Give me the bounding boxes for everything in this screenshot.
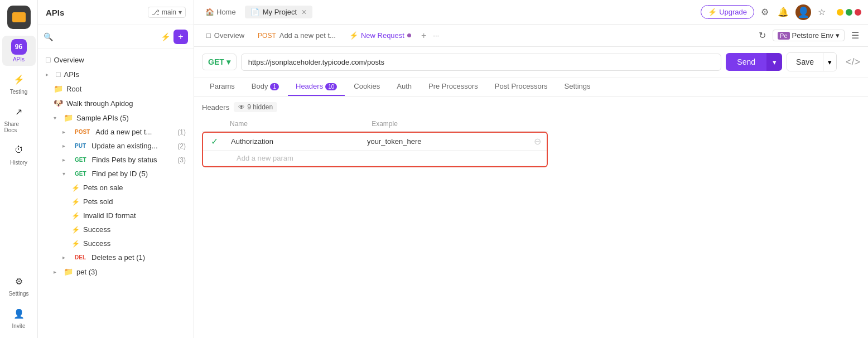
example-icon: ⚡ — [71, 212, 80, 220]
tab-pre-processors[interactable]: Pre Processors — [421, 78, 486, 96]
chevron-icon: ▸ — [62, 254, 69, 260]
sidebar-toggle-button[interactable]: ☰ — [849, 28, 861, 43]
sidebar-item-apis[interactable]: 96 APIs — [2, 36, 36, 66]
col-name: Name — [224, 117, 366, 132]
nav-item-sample-apis[interactable]: ▾ 📁 Sample APIs (5) — [38, 110, 194, 125]
sidebar-item-testing[interactable]: ⚡ Testing — [2, 68, 36, 98]
nav-item-root[interactable]: 📁 Root — [38, 81, 194, 96]
auth-name-cell[interactable]: Authorization — [225, 133, 361, 151]
hidden-count: 9 hidden — [247, 103, 273, 111]
nav-item-walk[interactable]: 🐶 Walk through Apidog — [38, 96, 194, 110]
code-icon[interactable]: </> — [846, 56, 860, 68]
nav-item-put-pet[interactable]: ▸ PUT Update an existing... (2) — [38, 139, 194, 153]
headers-table-wrapper: ✓ Authorization your_token_here ⊖ — [202, 132, 548, 167]
search-input[interactable] — [56, 33, 157, 41]
method-selector[interactable]: GET ▾ — [202, 54, 237, 70]
auth-value-cell[interactable]: your_token_here — [361, 133, 528, 151]
save-button-group: Save ▾ — [787, 52, 837, 71]
nav-label-pet: pet (3) — [76, 268, 186, 276]
nav-label-record-not-found: Invalid ID format — [83, 211, 186, 220]
tab-cookies[interactable]: Cookies — [346, 78, 388, 96]
sidebar-item-invite[interactable]: 👤 Invite — [2, 302, 36, 332]
nav-label-walk: Walk through Apidog — [66, 99, 186, 108]
method-badge-get2: GET — [73, 170, 89, 177]
tab-headers[interactable]: Headers10 — [288, 78, 345, 96]
minus-icon[interactable]: ⊖ — [534, 137, 541, 146]
chevron-icon: ▸ — [46, 71, 52, 78]
more-tabs-button[interactable]: ··· — [431, 29, 441, 42]
settings-button[interactable]: ⚙ — [759, 4, 771, 20]
nav-item-post-pet[interactable]: ▸ POST Add a new pet t... (1) — [38, 125, 194, 139]
nav-item-pets-sold[interactable]: ⚡ Pets sold — [38, 195, 194, 209]
sample-folder-icon: 📁 — [64, 113, 73, 122]
notifications-button[interactable]: 🔔 — [775, 4, 791, 20]
add-button[interactable]: + — [173, 30, 188, 44]
minimize-button[interactable]: − — [837, 9, 843, 16]
send-button[interactable]: Send — [726, 53, 766, 71]
filter-icon[interactable]: ⚡ — [161, 32, 170, 41]
add-tab-button[interactable]: + — [419, 28, 428, 43]
nav-label-success: Success — [83, 239, 186, 248]
count-badge: (3) — [177, 156, 186, 164]
sidebar-label-apis: APIs — [13, 56, 25, 62]
branch-selector[interactable]: ⎇ main ▾ — [148, 7, 186, 18]
tab-post-processors[interactable]: Post Processors — [487, 78, 556, 96]
avatar[interactable]: 👤 — [795, 4, 811, 20]
new-request-label: New Request — [361, 31, 404, 40]
post-tab-method: POST — [258, 32, 276, 40]
nav-item-pets-on-sale[interactable]: ⚡ Pets on sale — [38, 181, 194, 195]
eye-icon: 👁 — [238, 103, 245, 111]
tab-body[interactable]: Body1 — [244, 78, 287, 96]
auth-name: Authorization — [231, 137, 273, 146]
nav-item-invalid-id[interactable]: ⚡ Success — [38, 223, 194, 236]
root-folder-icon: 📁 — [54, 84, 63, 93]
env-badge: Pe — [778, 32, 789, 40]
home-button[interactable]: 🏠 Home — [201, 6, 240, 18]
headers-section: Headers 👁 9 hidden Name Example — [194, 96, 868, 175]
close-button[interactable]: ✕ — [855, 9, 861, 16]
tab-close-icon[interactable]: ✕ — [301, 8, 307, 16]
nav-item-record-not-found[interactable]: ⚡ Invalid ID format — [38, 209, 194, 223]
branch-name: main — [162, 8, 176, 16]
hidden-badge[interactable]: 👁 9 hidden — [234, 102, 277, 112]
testing-icon: ⚡ — [11, 71, 27, 87]
method-badge-put: PUT — [73, 142, 88, 149]
req-tab-new-request[interactable]: ⚡ New Request — [344, 28, 417, 43]
nav-item-get-id[interactable]: ▾ GET Find pet by ID (5) — [38, 167, 194, 181]
tab-params[interactable]: Params — [202, 78, 243, 96]
sidebar-item-settings[interactable]: ⚙ Settings — [2, 270, 36, 300]
request-body-tabs: Params Body1 Headers10 Cookies Auth Pre … — [194, 78, 868, 96]
nav-item-apis[interactable]: ▸ □ APIs — [38, 67, 194, 81]
send-dropdown-button[interactable]: ▾ — [766, 53, 782, 71]
nav-item-pet[interactable]: ▸ 📁 pet (3) — [38, 264, 194, 279]
tab-doc-icon: 📄 — [250, 8, 259, 16]
headers-row: Headers 👁 9 hidden — [202, 102, 860, 112]
nav-label-pets-sold: Pets sold — [83, 197, 186, 206]
url-bar: GET ▾ Send ▾ Save ▾ </> — [194, 47, 868, 78]
req-tab-post-pet[interactable]: POST Add a new pet t... — [252, 28, 341, 43]
tab-auth[interactable]: Auth — [389, 78, 419, 96]
nav-item-get-status[interactable]: ▸ GET Finds Pets by status (3) — [38, 153, 194, 167]
add-param-label[interactable]: Add a new param — [231, 151, 299, 166]
chevron-icon: ▾ — [54, 115, 60, 121]
nav-label-put-pet: Update an existing... — [91, 142, 174, 150]
save-dropdown-button[interactable]: ▾ — [823, 53, 836, 71]
sidebar-item-history[interactable]: ⏱ History — [2, 139, 36, 169]
request-tabs-bar: □ Overview POST Add a new pet t... ⚡ New… — [194, 25, 868, 47]
maximize-button[interactable]: □ — [846, 9, 852, 16]
upgrade-button[interactable]: ⚡ Upgrade — [701, 5, 754, 19]
nav-label-invalid-id: Success — [83, 225, 186, 234]
save-button[interactable]: Save — [787, 53, 823, 71]
sidebar-item-share-docs[interactable]: ↗ Share Docs — [2, 100, 36, 137]
url-input[interactable] — [241, 54, 722, 71]
nav-item-overview[interactable]: □ Overview — [38, 52, 194, 67]
nav-item-success[interactable]: ⚡ Success — [38, 236, 194, 250]
star-button[interactable]: ☆ — [816, 4, 828, 20]
env-selector[interactable]: Pe Petstore Env ▾ — [773, 30, 845, 41]
pet-folder-icon: 📁 — [64, 267, 73, 276]
tab-settings[interactable]: Settings — [557, 78, 599, 96]
nav-item-del-pet[interactable]: ▸ DEL Deletes a pet (1) — [38, 250, 194, 264]
req-tab-overview[interactable]: □ Overview — [201, 28, 250, 43]
tab-my-project[interactable]: 📄 My Project ✕ — [245, 6, 312, 18]
refresh-button[interactable]: ↻ — [756, 28, 768, 43]
